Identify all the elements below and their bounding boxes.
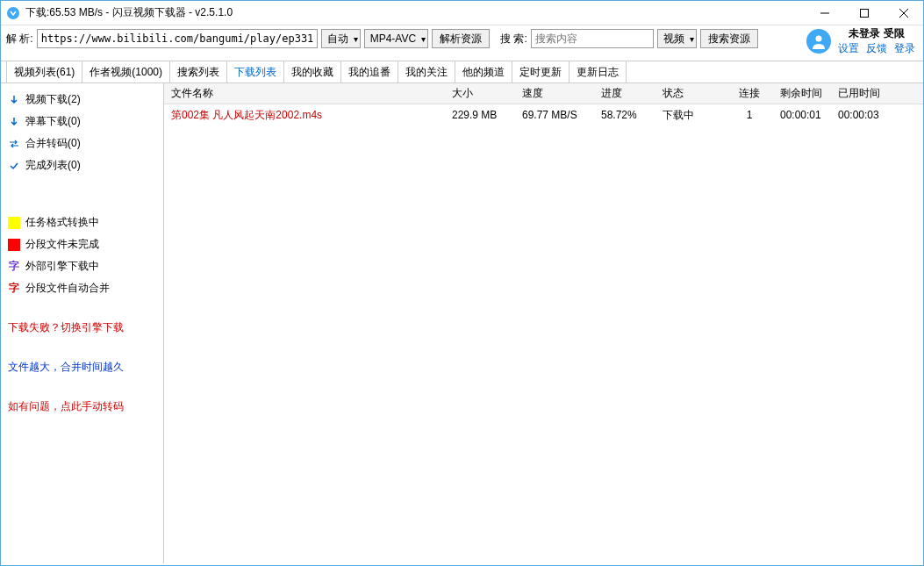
maximize-button[interactable] — [844, 1, 884, 25]
legend-item-1: 分段文件未完成 — [1, 233, 163, 255]
sidebar-item-label: 合并转码(0) — [25, 136, 81, 151]
sidebar-item-0[interactable]: 视频下载(2) — [1, 89, 163, 111]
th-remain[interactable]: 剩余时间 — [773, 86, 831, 101]
cell-speed: 69.77 MB/S — [515, 109, 594, 121]
settings-link[interactable]: 设置 — [838, 41, 859, 56]
legend-label: 分段文件未完成 — [25, 237, 99, 252]
tab-3[interactable]: 下载列表 — [227, 61, 284, 82]
app-icon — [6, 6, 20, 20]
table-row[interactable]: 第002集 凡人风起天南2002.m4s229.9 MB69.77 MB/S58… — [164, 104, 923, 125]
search-label: 搜 索: — [500, 32, 527, 47]
tab-1[interactable]: 作者视频(1000) — [82, 61, 170, 82]
down-arrow-icon — [8, 95, 20, 105]
window-title: 下载:65.53 MB/s - 闪豆视频下载器 - v2.5.1.0 — [25, 5, 805, 20]
tab-8[interactable]: 定时更新 — [512, 61, 569, 82]
help-link-2[interactable]: 如有问题，点此手动转码 — [1, 396, 163, 418]
legend-char: 字 — [8, 281, 20, 296]
cell-size: 229.9 MB — [445, 109, 515, 121]
tab-0[interactable]: 视频列表(61) — [6, 61, 82, 82]
search-input[interactable] — [531, 29, 654, 48]
legend-item-0: 任务格式转换中 — [1, 211, 163, 233]
sidebar-item-label: 弹幕下载(0) — [25, 114, 81, 129]
parse-button[interactable]: 解析资源 — [432, 29, 490, 48]
legend-label: 任务格式转换中 — [25, 215, 99, 230]
tab-4[interactable]: 我的收藏 — [284, 61, 341, 82]
login-link[interactable]: 登录 — [894, 41, 915, 56]
tabbar: 视频列表(61)作者视频(1000)搜索列表下载列表我的收藏我的追番我的关注他的… — [1, 61, 923, 83]
th-progress[interactable]: 进度 — [594, 86, 655, 101]
swap-icon — [8, 139, 20, 149]
search-button[interactable]: 搜索资源 — [700, 29, 758, 48]
sidebar-item-1[interactable]: 弹幕下载(0) — [1, 111, 163, 133]
legend-label: 分段文件自动合并 — [25, 281, 110, 296]
sidebar-item-label: 完成列表(0) — [25, 158, 81, 173]
sidebar-item-3[interactable]: 完成列表(0) — [1, 154, 163, 176]
th-elapsed[interactable]: 已用时间 — [831, 86, 889, 101]
help-link-1[interactable]: 文件越大，合并时间越久 — [1, 356, 163, 378]
toolbar: 解 析: 自动▾ MP4-AVC▾ 解析资源 搜 索: 视频▾ 搜索资源 — [1, 25, 923, 52]
tab-6[interactable]: 我的关注 — [398, 61, 455, 82]
tab-9[interactable]: 更新日志 — [569, 61, 627, 82]
minimize-button[interactable] — [805, 1, 844, 25]
sidebar: 视频下载(2)弹幕下载(0)合并转码(0)完成列表(0)任务格式转换中分段文件未… — [1, 83, 164, 563]
check-icon — [8, 161, 20, 171]
feedback-link[interactable]: 反馈 — [866, 41, 887, 56]
legend-item-3: 字分段文件自动合并 — [1, 277, 163, 299]
th-conn[interactable]: 连接 — [726, 86, 773, 101]
legend-swatch — [8, 217, 20, 229]
svg-point-5 — [816, 36, 822, 42]
down-arrow-icon — [8, 117, 20, 127]
legend-item-2: 字外部引擎下载中 — [1, 255, 163, 277]
tab-5[interactable]: 我的追番 — [341, 61, 398, 82]
svg-rect-2 — [860, 9, 868, 17]
svg-point-0 — [7, 7, 19, 19]
content: 视频下载(2)弹幕下载(0)合并转码(0)完成列表(0)任务格式转换中分段文件未… — [1, 83, 923, 563]
th-speed[interactable]: 速度 — [515, 86, 594, 101]
cell-name: 第002集 凡人风起天南2002.m4s — [164, 108, 445, 123]
login-status: 未登录 受限 — [849, 26, 904, 41]
chevron-down-icon: ▾ — [354, 34, 358, 44]
table-header: 文件名称 大小 速度 进度 状态 连接 剩余时间 已用时间 — [164, 83, 923, 104]
legend-swatch — [8, 239, 20, 251]
help-link-0[interactable]: 下载失败？切换引擎下载 — [1, 317, 163, 339]
th-status[interactable]: 状态 — [655, 86, 726, 101]
sidebar-item-2[interactable]: 合并转码(0) — [1, 133, 163, 154]
cell-conn: 1 — [726, 109, 773, 121]
parse-label: 解 析: — [6, 32, 33, 47]
th-size[interactable]: 大小 — [445, 86, 515, 101]
legend-char: 字 — [8, 259, 20, 274]
chevron-down-icon: ▾ — [421, 34, 426, 44]
format-select[interactable]: MP4-AVC▾ — [364, 29, 428, 48]
th-name[interactable]: 文件名称 — [164, 86, 445, 101]
window-controls — [805, 1, 923, 25]
mode-select[interactable]: 自动▾ — [321, 29, 361, 48]
sidebar-item-label: 视频下载(2) — [25, 92, 81, 107]
tab-2[interactable]: 搜索列表 — [170, 61, 227, 82]
url-input[interactable] — [37, 29, 318, 48]
main-panel: 文件名称 大小 速度 进度 状态 连接 剩余时间 已用时间 第002集 凡人风起… — [164, 83, 923, 563]
cell-status: 下载中 — [655, 108, 726, 123]
close-button[interactable] — [884, 1, 923, 25]
cell-progress: 58.72% — [594, 109, 655, 121]
cell-remain: 00:00:01 — [773, 109, 831, 121]
chevron-down-icon: ▾ — [690, 34, 694, 44]
avatar[interactable] — [806, 29, 831, 54]
user-area: 未登录 受限 设置 反馈 登录 — [806, 26, 915, 56]
search-type-select[interactable]: 视频▾ — [657, 29, 697, 48]
legend-label: 外部引擎下载中 — [25, 259, 99, 274]
cell-elapsed: 00:00:03 — [831, 109, 889, 121]
table-body: 第002集 凡人风起天南2002.m4s229.9 MB69.77 MB/S58… — [164, 104, 923, 125]
tab-7[interactable]: 他的频道 — [455, 61, 512, 82]
titlebar: 下载:65.53 MB/s - 闪豆视频下载器 - v2.5.1.0 — [1, 1, 923, 25]
